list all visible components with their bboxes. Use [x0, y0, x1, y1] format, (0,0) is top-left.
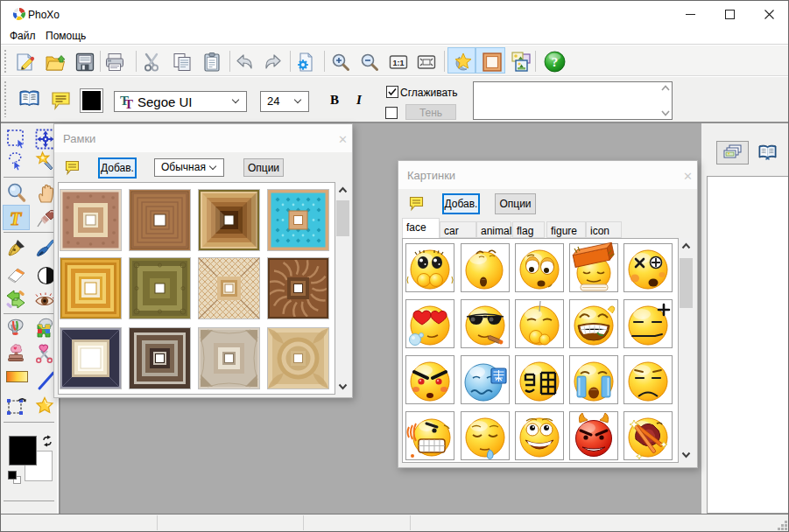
svg-text:1:1: 1:1 — [392, 59, 404, 67]
svg-text:?: ? — [552, 55, 559, 69]
svg-text:T: T — [10, 207, 23, 228]
svg-text:T: T — [124, 97, 133, 110]
